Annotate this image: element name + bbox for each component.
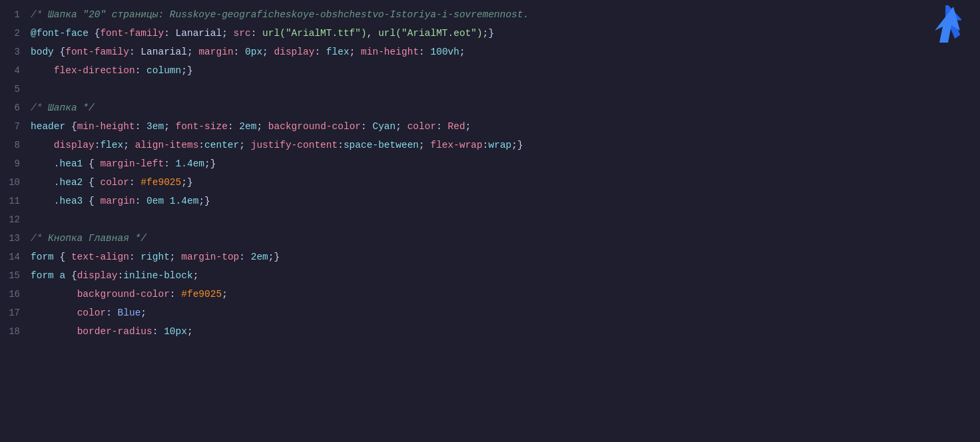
token: ; <box>222 289 228 300</box>
code-line: 16 background-color: #fe9025; <box>0 285 980 304</box>
line-number: 5 <box>0 80 31 99</box>
code-line: 13/* Кнопка Главная */ <box>0 229 980 248</box>
code-line: 5 <box>0 80 980 99</box>
token: justify-content <box>251 140 338 150</box>
token: : <box>106 308 117 318</box>
token: Шапка */ <box>48 103 95 113</box>
token: space-between <box>344 140 419 150</box>
token: : <box>239 252 250 262</box>
code-line: 17 color: Blue; <box>0 304 980 322</box>
token: #fe9025 <box>181 289 222 300</box>
line-content <box>31 210 980 229</box>
blue-arrow <box>921 5 961 49</box>
token: Кнопка Главная */ <box>48 233 146 244</box>
line-content: flex-direction: column;} <box>31 61 980 80</box>
token: /* <box>31 233 48 244</box>
line-number: 16 <box>0 285 31 304</box>
line-content: background-color: #fe9025; <box>31 285 980 304</box>
line-number: 2 <box>0 24 31 43</box>
token: : <box>164 158 175 169</box>
token: 3em <box>146 121 164 132</box>
token <box>31 158 54 169</box>
token: background-color <box>268 121 361 132</box>
token: margin-left <box>100 158 164 169</box>
token: wrap <box>488 140 511 150</box>
code-line: 4 flex-direction: column;} <box>0 61 980 80</box>
token: #fe9025 <box>140 177 181 188</box>
code-line: 14form { text-align: right; margin-top: … <box>0 248 980 266</box>
code-line: 8 display:flex; align-items:center; just… <box>0 136 980 154</box>
token: right <box>140 252 170 262</box>
code-line: 10 .hea2 { color: #fe9025;} <box>0 173 980 192</box>
token: ; <box>465 121 471 132</box>
token: flex-wrap <box>430 140 482 150</box>
line-content: .hea1 { margin-left: 1.4em;} <box>31 154 980 173</box>
token: src <box>234 28 251 39</box>
token: : <box>135 196 146 206</box>
token: 0px <box>245 47 262 57</box>
token: ; <box>262 47 274 57</box>
token: align-items <box>135 140 199 150</box>
token: ; <box>395 121 407 132</box>
token: { <box>65 270 77 281</box>
token: { <box>65 121 77 132</box>
token: { <box>83 158 100 169</box>
token: { <box>89 28 100 39</box>
code-line: 3body {font-family: Lanarial; margin: 0p… <box>0 43 980 61</box>
token: : <box>251 28 262 39</box>
token: { <box>54 252 71 262</box>
token: form a <box>31 270 65 281</box>
token: Lanarial <box>140 47 187 57</box>
line-number: 11 <box>0 192 31 210</box>
token: ;} <box>483 28 494 39</box>
token: : <box>338 140 344 150</box>
token <box>31 289 77 300</box>
line-content: form a {display:inline-block; <box>31 266 980 285</box>
token <box>31 196 54 206</box>
token: margin <box>198 47 233 57</box>
token: : <box>198 140 204 150</box>
token: 10px <box>164 326 187 337</box>
token <box>31 308 77 318</box>
line-content: body {font-family: Lanarial; margin: 0px… <box>31 43 980 61</box>
token: { <box>83 177 100 188</box>
token: body <box>31 47 54 57</box>
token: ;} <box>511 140 523 150</box>
token: : <box>234 47 245 57</box>
token: : <box>129 177 140 188</box>
token: color <box>100 177 129 188</box>
token: : <box>436 121 447 132</box>
token: ;} <box>204 158 216 169</box>
token: Cyan <box>372 121 395 132</box>
token: : <box>228 121 239 132</box>
line-content: /* Кнопка Главная */ <box>31 229 980 248</box>
line-content: .hea2 { color: #fe9025;} <box>31 173 980 192</box>
token: /* <box>31 9 48 20</box>
line-content: @font-face {font-family: Lanarial; src: … <box>31 24 980 43</box>
code-line: 18 border-radius: 10px; <box>0 322 980 341</box>
token: ; <box>187 326 193 337</box>
token: column <box>146 65 181 76</box>
token: : <box>152 326 164 337</box>
token: flex <box>100 140 123 150</box>
token: flex-direction <box>31 65 135 76</box>
token: ;} <box>198 196 210 206</box>
token: ; <box>419 140 430 150</box>
token: ; <box>222 28 233 39</box>
token: font-size <box>176 121 228 132</box>
line-number: 18 <box>0 322 31 341</box>
token: 100vh <box>430 47 459 57</box>
line-number: 15 <box>0 266 31 285</box>
token: margin <box>100 196 134 206</box>
line-number: 1 <box>0 5 31 24</box>
code-editor: 1/* Шапка "20" страницы: Russkoye-geogra… <box>0 0 980 346</box>
token: .hea1 <box>54 158 83 169</box>
token: min-height <box>77 121 135 132</box>
code-line: 6/* Шапка */ <box>0 99 980 117</box>
token: ; <box>123 140 134 150</box>
line-content: /* Шапка */ <box>31 99 980 117</box>
code-line: 11 .hea3 { margin: 0em 1.4em;} <box>0 192 980 210</box>
token: ;} <box>181 177 192 188</box>
line-number: 14 <box>0 248 31 266</box>
token: ; <box>187 47 198 57</box>
